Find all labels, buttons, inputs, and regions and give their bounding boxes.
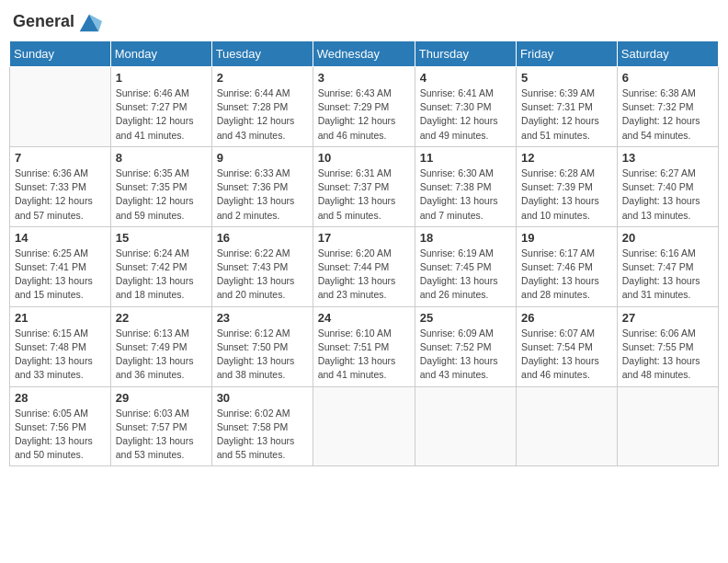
day-info: Sunrise: 6:03 AMSunset: 7:57 PMDaylight:…: [116, 407, 207, 463]
day-info: Sunrise: 6:13 AMSunset: 7:49 PMDaylight:…: [116, 327, 207, 383]
calendar-week-row: 7Sunrise: 6:36 AMSunset: 7:33 PMDaylight…: [10, 146, 719, 226]
day-info: Sunrise: 6:28 AMSunset: 7:39 PMDaylight:…: [521, 167, 612, 223]
day-number: 27: [622, 311, 713, 325]
day-number: 28: [15, 391, 106, 405]
day-number: 3: [318, 71, 410, 85]
calendar-cell: 2Sunrise: 6:44 AMSunset: 7:28 PMDaylight…: [211, 67, 313, 147]
calendar-table: SundayMondayTuesdayWednesdayThursdayFrid…: [9, 40, 719, 466]
day-number: 9: [217, 151, 308, 165]
day-info: Sunrise: 6:30 AMSunset: 7:38 PMDaylight:…: [420, 167, 511, 223]
day-number: 19: [521, 231, 612, 245]
day-number: 1: [116, 71, 207, 85]
day-info: Sunrise: 6:39 AMSunset: 7:31 PMDaylight:…: [521, 86, 612, 143]
day-info: Sunrise: 6:05 AMSunset: 7:56 PMDaylight:…: [15, 407, 106, 463]
day-info: Sunrise: 6:36 AMSunset: 7:33 PMDaylight:…: [15, 167, 106, 223]
calendar-week-row: 28Sunrise: 6:05 AMSunset: 7:56 PMDayligh…: [10, 386, 719, 466]
day-number: 6: [622, 71, 713, 85]
weekday-header-friday: Friday: [517, 41, 618, 67]
calendar-cell: [313, 386, 415, 466]
calendar-cell: 3Sunrise: 6:43 AMSunset: 7:29 PMDaylight…: [313, 67, 415, 147]
logo-text: General: [13, 13, 74, 31]
calendar-cell: 14Sunrise: 6:25 AMSunset: 7:41 PMDayligh…: [10, 226, 111, 306]
calendar-cell: 15Sunrise: 6:24 AMSunset: 7:42 PMDayligh…: [110, 226, 211, 306]
calendar-week-row: 21Sunrise: 6:15 AMSunset: 7:48 PMDayligh…: [10, 306, 719, 386]
day-number: 12: [521, 151, 612, 165]
day-number: 7: [15, 151, 106, 165]
day-number: 15: [116, 231, 207, 245]
day-number: 20: [622, 231, 713, 245]
day-number: 29: [116, 391, 207, 405]
day-number: 16: [217, 231, 308, 245]
calendar-cell: 8Sunrise: 6:35 AMSunset: 7:35 PMDaylight…: [110, 146, 211, 226]
calendar-cell: 1Sunrise: 6:46 AMSunset: 7:27 PMDaylight…: [110, 67, 211, 147]
day-number: 23: [217, 311, 308, 325]
day-number: 2: [217, 71, 308, 85]
calendar-cell: 11Sunrise: 6:30 AMSunset: 7:38 PMDayligh…: [415, 146, 516, 226]
day-number: 26: [521, 311, 612, 325]
day-info: Sunrise: 6:20 AMSunset: 7:44 PMDaylight:…: [318, 247, 410, 303]
calendar-week-row: 14Sunrise: 6:25 AMSunset: 7:41 PMDayligh…: [10, 226, 719, 306]
weekday-header-sunday: Sunday: [10, 41, 111, 67]
calendar-cell: 24Sunrise: 6:10 AMSunset: 7:51 PMDayligh…: [313, 306, 415, 386]
day-info: Sunrise: 6:16 AMSunset: 7:47 PMDaylight:…: [622, 247, 713, 303]
calendar-cell: 18Sunrise: 6:19 AMSunset: 7:45 PMDayligh…: [415, 226, 516, 306]
day-number: 17: [318, 231, 410, 245]
calendar-cell: 22Sunrise: 6:13 AMSunset: 7:49 PMDayligh…: [110, 306, 211, 386]
day-info: Sunrise: 6:31 AMSunset: 7:37 PMDaylight:…: [318, 167, 410, 223]
weekday-header-saturday: Saturday: [617, 41, 718, 67]
day-number: 22: [116, 311, 207, 325]
weekday-header-wednesday: Wednesday: [313, 41, 415, 67]
weekday-header-thursday: Thursday: [415, 41, 516, 67]
day-info: Sunrise: 6:44 AMSunset: 7:28 PMDaylight:…: [217, 86, 308, 143]
day-number: 13: [622, 151, 713, 165]
calendar-cell: 25Sunrise: 6:09 AMSunset: 7:52 PMDayligh…: [415, 306, 516, 386]
calendar-cell: 21Sunrise: 6:15 AMSunset: 7:48 PMDayligh…: [10, 306, 111, 386]
calendar-cell: 16Sunrise: 6:22 AMSunset: 7:43 PMDayligh…: [211, 226, 313, 306]
day-number: 8: [116, 151, 207, 165]
calendar-cell: 19Sunrise: 6:17 AMSunset: 7:46 PMDayligh…: [517, 226, 618, 306]
calendar-cell: [415, 386, 516, 466]
day-number: 18: [420, 231, 511, 245]
weekday-header-row: SundayMondayTuesdayWednesdayThursdayFrid…: [10, 41, 719, 67]
day-info: Sunrise: 6:46 AMSunset: 7:27 PMDaylight:…: [116, 86, 207, 143]
calendar-cell: 17Sunrise: 6:20 AMSunset: 7:44 PMDayligh…: [313, 226, 415, 306]
calendar-cell: 13Sunrise: 6:27 AMSunset: 7:40 PMDayligh…: [617, 146, 718, 226]
day-info: Sunrise: 6:12 AMSunset: 7:50 PMDaylight:…: [217, 327, 308, 383]
day-info: Sunrise: 6:27 AMSunset: 7:40 PMDaylight:…: [622, 167, 713, 223]
day-info: Sunrise: 6:09 AMSunset: 7:52 PMDaylight:…: [420, 327, 511, 383]
calendar-cell: 4Sunrise: 6:41 AMSunset: 7:30 PMDaylight…: [415, 67, 516, 147]
logo-icon: [76, 9, 102, 35]
calendar-cell: 28Sunrise: 6:05 AMSunset: 7:56 PMDayligh…: [10, 386, 111, 466]
day-info: Sunrise: 6:38 AMSunset: 7:32 PMDaylight:…: [622, 86, 713, 143]
weekday-header-monday: Monday: [110, 41, 211, 67]
calendar-cell: 6Sunrise: 6:38 AMSunset: 7:32 PMDaylight…: [617, 67, 718, 147]
calendar-cell: 29Sunrise: 6:03 AMSunset: 7:57 PMDayligh…: [110, 386, 211, 466]
calendar-cell: 10Sunrise: 6:31 AMSunset: 7:37 PMDayligh…: [313, 146, 415, 226]
day-info: Sunrise: 6:15 AMSunset: 7:48 PMDaylight:…: [15, 327, 106, 383]
day-info: Sunrise: 6:22 AMSunset: 7:43 PMDaylight:…: [217, 247, 308, 303]
day-info: Sunrise: 6:33 AMSunset: 7:36 PMDaylight:…: [217, 167, 308, 223]
day-info: Sunrise: 6:06 AMSunset: 7:55 PMDaylight:…: [622, 327, 713, 383]
day-number: 4: [420, 71, 511, 85]
calendar-cell: 5Sunrise: 6:39 AMSunset: 7:31 PMDaylight…: [517, 67, 618, 147]
calendar-cell: 20Sunrise: 6:16 AMSunset: 7:47 PMDayligh…: [617, 226, 718, 306]
calendar-cell: 7Sunrise: 6:36 AMSunset: 7:33 PMDaylight…: [10, 146, 111, 226]
calendar-cell: 30Sunrise: 6:02 AMSunset: 7:58 PMDayligh…: [211, 386, 313, 466]
calendar-cell: 23Sunrise: 6:12 AMSunset: 7:50 PMDayligh…: [211, 306, 313, 386]
day-info: Sunrise: 6:24 AMSunset: 7:42 PMDaylight:…: [116, 247, 207, 303]
day-info: Sunrise: 6:02 AMSunset: 7:58 PMDaylight:…: [217, 407, 308, 463]
calendar-cell: 9Sunrise: 6:33 AMSunset: 7:36 PMDaylight…: [211, 146, 313, 226]
day-number: 25: [420, 311, 511, 325]
calendar-cell: 27Sunrise: 6:06 AMSunset: 7:55 PMDayligh…: [617, 306, 718, 386]
day-info: Sunrise: 6:43 AMSunset: 7:29 PMDaylight:…: [318, 86, 410, 143]
calendar-cell: [10, 67, 111, 147]
day-info: Sunrise: 6:10 AMSunset: 7:51 PMDaylight:…: [318, 327, 410, 383]
page-header: General: [9, 9, 719, 35]
calendar-cell: 12Sunrise: 6:28 AMSunset: 7:39 PMDayligh…: [517, 146, 618, 226]
day-info: Sunrise: 6:07 AMSunset: 7:54 PMDaylight:…: [521, 327, 612, 383]
calendar-cell: [617, 386, 718, 466]
day-number: 5: [521, 71, 612, 85]
logo: General: [13, 9, 102, 35]
calendar-cell: [517, 386, 618, 466]
day-info: Sunrise: 6:17 AMSunset: 7:46 PMDaylight:…: [521, 247, 612, 303]
